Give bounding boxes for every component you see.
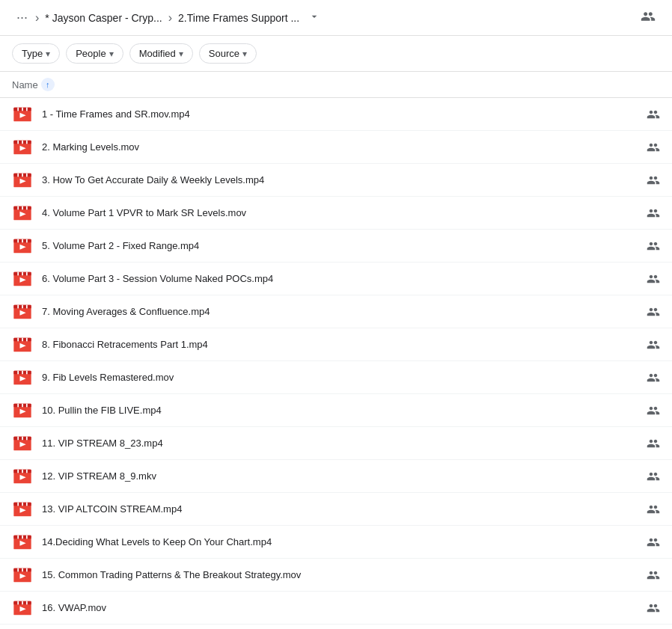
- file-share-icon: [647, 470, 660, 483]
- type-filter-arrow: ▾: [46, 49, 50, 59]
- table-row[interactable]: 13. VIP ALTCOIN STREAM.mp4: [0, 493, 672, 526]
- file-name-label: 12. VIP STREAM 8_9.mkv: [42, 470, 638, 482]
- file-name-label: 3. How To Get Accurate Daily & Weekly Le…: [42, 174, 638, 185]
- file-share-icon: [647, 568, 660, 582]
- file-name-label: 6. Volume Part 3 - Session Volume Naked …: [42, 273, 638, 284]
- people-filter-chip[interactable]: People ▾: [66, 43, 123, 64]
- video-file-icon: [12, 301, 33, 322]
- file-share-icon: [647, 601, 660, 615]
- breadcrumb: ··· › * Jayson Casper - Cryp... › 2.Time…: [0, 0, 672, 36]
- file-name-label: 5. Volume Part 2 - Fixed Range.mp4: [42, 240, 638, 251]
- table-row[interactable]: 15. Common Trading Patterns & The Breako…: [0, 559, 672, 592]
- video-file-icon: [12, 236, 33, 257]
- type-filter-chip[interactable]: Type ▾: [12, 43, 60, 64]
- people-filter-label: People: [76, 48, 106, 59]
- file-name-label: 14.Deciding What Levels to Keep On Your …: [42, 536, 638, 547]
- sort-ascending-icon: ↑: [41, 78, 55, 91]
- file-name-label: 16. VWAP.mov: [42, 602, 638, 613]
- file-share-icon: [647, 239, 660, 253]
- table-row[interactable]: 16. VWAP.mov: [0, 592, 672, 625]
- file-name-label: 7. Moving Averages & Confluence.mp4: [42, 306, 638, 317]
- video-file-icon: [12, 170, 33, 191]
- file-name-label: 1 - Time Frames and SR.mov.mp4: [42, 108, 638, 120]
- file-share-icon: [647, 503, 660, 516]
- video-file-icon: [12, 104, 33, 125]
- breadcrumb-share-button[interactable]: [636, 4, 660, 31]
- breadcrumb-chevron-1: ›: [35, 11, 39, 25]
- column-header: Name ↑: [0, 72, 672, 98]
- video-file-icon: [12, 400, 33, 421]
- source-filter-label: Source: [209, 48, 239, 59]
- table-row[interactable]: 7. Moving Averages & Confluence.mp4: [0, 295, 672, 328]
- video-file-icon: [12, 466, 33, 487]
- file-share-icon: [647, 108, 660, 121]
- video-file-icon: [12, 367, 33, 388]
- video-file-icon: [12, 269, 33, 289]
- video-file-icon: [12, 565, 33, 586]
- file-name-label: 9. Fib Levels Remastered.mov: [42, 372, 638, 383]
- breadcrumb-dots-button[interactable]: ···: [12, 7, 32, 28]
- file-share-icon: [647, 174, 660, 187]
- table-row[interactable]: 6. Volume Part 3 - Session Volume Naked …: [0, 263, 672, 295]
- filter-bar: Type ▾ People ▾ Modified ▾ Source ▾: [0, 36, 672, 72]
- people-filter-arrow: ▾: [109, 49, 114, 59]
- video-file-icon: [12, 137, 33, 158]
- source-filter-chip[interactable]: Source ▾: [199, 43, 257, 64]
- table-row[interactable]: 12. VIP STREAM 8_9.mkv: [0, 460, 672, 493]
- video-file-icon: [12, 532, 33, 553]
- video-file-icon: [12, 598, 33, 619]
- name-column-label: Name: [12, 79, 38, 90]
- file-share-icon: [647, 141, 660, 154]
- table-row[interactable]: 1 - Time Frames and SR.mov.mp4: [0, 98, 672, 131]
- file-list: 1 - Time Frames and SR.mov.mp4 2. Markin…: [0, 98, 672, 625]
- modified-filter-label: Modified: [139, 48, 176, 59]
- type-filter-label: Type: [22, 48, 43, 59]
- source-filter-arrow: ▾: [242, 49, 247, 59]
- table-row[interactable]: 5. Volume Part 2 - Fixed Range.mp4: [0, 230, 672, 263]
- file-share-icon: [647, 404, 660, 417]
- file-share-icon: [647, 338, 660, 352]
- name-column-header[interactable]: Name ↑: [12, 78, 55, 91]
- file-name-label: 11. VIP STREAM 8_23.mp4: [42, 438, 638, 449]
- file-name-label: 4. Volume Part 1 VPVR to Mark SR Levels.…: [42, 207, 638, 218]
- file-name-label: 2. Marking Levels.mov: [42, 141, 638, 153]
- breadcrumb-item-2[interactable]: 2.Time Frames Support ...: [175, 10, 302, 25]
- table-row[interactable]: 11. VIP STREAM 8_23.mp4: [0, 427, 672, 460]
- file-share-icon: [647, 305, 660, 319]
- file-share-icon: [647, 272, 660, 286]
- file-name-label: 13. VIP ALTCOIN STREAM.mp4: [42, 503, 638, 515]
- table-row[interactable]: 8. Fibonacci Retracements Part 1.mp4: [0, 328, 672, 361]
- video-file-icon: [12, 433, 33, 454]
- breadcrumb-item-1[interactable]: * Jayson Casper - Cryp...: [42, 10, 165, 25]
- modified-filter-arrow: ▾: [179, 49, 183, 59]
- breadcrumb-chevron-2: ›: [168, 11, 172, 25]
- file-share-icon: [647, 371, 660, 384]
- video-file-icon: [12, 499, 33, 520]
- file-share-icon: [647, 536, 660, 549]
- breadcrumb-dropdown-button[interactable]: [305, 7, 323, 28]
- video-file-icon: [12, 203, 33, 224]
- modified-filter-chip[interactable]: Modified ▾: [129, 43, 193, 64]
- file-share-icon: [647, 206, 660, 220]
- file-name-label: 15. Common Trading Patterns & The Breako…: [42, 569, 638, 580]
- table-row[interactable]: 9. Fib Levels Remastered.mov: [0, 361, 672, 394]
- file-share-icon: [647, 437, 660, 450]
- table-row[interactable]: 10. Pullin the FIB LIVE.mp4: [0, 394, 672, 427]
- table-row[interactable]: 2. Marking Levels.mov: [0, 131, 672, 164]
- table-row[interactable]: 4. Volume Part 1 VPVR to Mark SR Levels.…: [0, 197, 672, 230]
- video-file-icon: [12, 334, 33, 355]
- file-name-label: 8. Fibonacci Retracements Part 1.mp4: [42, 339, 638, 350]
- table-row[interactable]: 3. How To Get Accurate Daily & Weekly Le…: [0, 164, 672, 197]
- table-row[interactable]: 14.Deciding What Levels to Keep On Your …: [0, 526, 672, 559]
- file-name-label: 10. Pullin the FIB LIVE.mp4: [42, 405, 638, 416]
